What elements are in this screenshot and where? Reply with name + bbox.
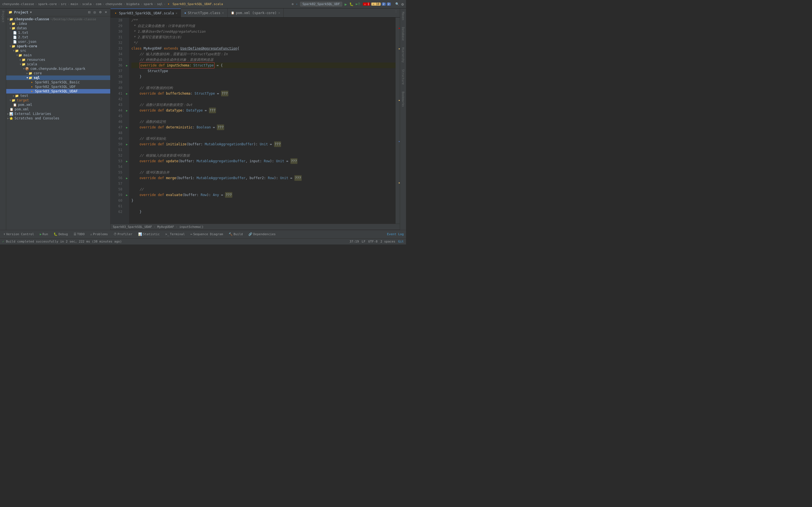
tree-item-spark02[interactable]: 🔸 Spark02_SparkSQL_UDF <box>6 84 110 89</box>
run-panel-button[interactable]: ▶ Run <box>39 232 49 237</box>
problems-icon: ⚠ <box>90 232 92 236</box>
tree-item-src[interactable]: ▼ 📁 src <box>6 48 110 53</box>
left-sidebar-strip: Project <box>0 8 6 230</box>
version-control-button[interactable]: ⬆ Version Control <box>2 232 35 237</box>
tree-item-resources[interactable]: ▶ 📁 resources <box>6 57 110 62</box>
tab-more-button[interactable]: ⋮ <box>392 8 400 17</box>
tree-item-idea[interactable]: ▶ 📁 .idea <box>6 21 110 26</box>
tree-item-root[interactable]: ▼ 📁 chenyunde-classse ~/Desktop/chenyund… <box>6 17 110 21</box>
code-line-50: override def initialize(buffer: MutableA… <box>132 142 396 147</box>
tab-close-0[interactable]: ✕ <box>175 11 177 15</box>
tab-label-1: StructType.class <box>188 11 220 15</box>
statistic-button[interactable]: 📊 Statistic <box>137 232 161 237</box>
tab-structtype[interactable]: ◆ StructType.class ✕ <box>181 8 227 17</box>
nav-arrow-left[interactable]: ‹ <box>296 2 298 6</box>
locate-file-button[interactable]: ◎ <box>93 10 97 14</box>
run-line-56[interactable]: ▶ <box>124 175 129 181</box>
line-ending[interactable]: LF <box>362 240 365 243</box>
database-label[interactable]: Database <box>401 25 405 43</box>
dependencies-button[interactable]: 🔗 Dependencies <box>247 232 276 237</box>
tab-pomxml[interactable]: 📋 pom.xml (spark-core) ✕ <box>227 8 284 17</box>
tree-item-scala[interactable]: ▼ 📁 scala <box>6 62 110 66</box>
tree-item-main[interactable]: ▼ 📁 main <box>6 53 110 57</box>
tree-item-1txt[interactable]: 📄 1.txt <box>6 31 110 35</box>
debug-button[interactable]: 🐛 <box>349 2 354 6</box>
encoding[interactable]: UTF-8 <box>368 240 377 243</box>
panel-actions: ⊟ ◎ ⚙ ✕ <box>87 10 108 14</box>
breadcrumb-item-8: spark <box>144 2 153 6</box>
tree-item-2txt[interactable]: 📄 2.txt <box>6 35 110 40</box>
maven-label[interactable]: Maven <box>401 10 405 22</box>
tab-spark03[interactable]: 🔸 Spark03_SparkSQL_UDAF.scala ✕ <box>110 8 181 17</box>
project-strip-icon[interactable]: Project <box>1 10 5 24</box>
code-editor[interactable]: 28 29 30 31 32 33 34 35 36 37 38 39 40 4… <box>110 17 400 224</box>
file-tree[interactable]: ▼ 📁 chenyunde-classse ~/Desktop/chenyund… <box>6 16 110 230</box>
collapse-all-button[interactable]: ⊟ <box>87 10 91 14</box>
run-button[interactable]: ▶ <box>345 2 347 6</box>
breadcrumb: chenyunde-classse › spark-core › src › m… <box>2 2 223 6</box>
terminal-button[interactable]: >_ Terminal <box>164 232 186 237</box>
panel-settings-button[interactable]: ⚙ <box>98 10 103 14</box>
build-button[interactable]: 🔨 Build <box>227 232 244 237</box>
sequence-diagram-button[interactable]: ↔ Sequence Diagram <box>190 232 224 237</box>
indent[interactable]: 2 spaces <box>380 240 395 243</box>
nav-right: ⚙ ‹ Spark02_SparkSQL_UDF ▶ 🐛 ▶⏱ ⚠ 1 ⚠ 10… <box>292 2 404 6</box>
tree-item-sparkcore[interactable]: ▼ 📁 spark-core <box>6 44 110 48</box>
todo-button[interactable]: ☰ TODO <box>72 232 86 237</box>
profiler-button[interactable]: ⏱ Profiler <box>112 232 134 237</box>
tree-item-sql[interactable]: ▼ 📁 sql <box>6 75 110 80</box>
tree-item-spark01[interactable]: 🔸 Spark01_SparkSQL_Basic <box>6 80 110 84</box>
tree-item-test[interactable]: ▶ 📁 test <box>6 94 110 98</box>
panel-header: 📁 Project ▼ ⊟ ◎ ⚙ ✕ <box>6 8 110 16</box>
tree-item-userjson[interactable]: 📄 user.json <box>6 40 110 44</box>
panel-dropdown[interactable]: ▼ <box>30 11 32 14</box>
code-content[interactable]: /** * 自定义聚合函数类：计算年龄的平均值 * 1.继承UserDefine… <box>129 17 396 224</box>
panel-close-button[interactable]: ✕ <box>104 10 108 14</box>
expand-arrow-main: ▼ <box>16 54 18 57</box>
code-line-39 <box>132 79 396 85</box>
main-folder-icon: 📁 <box>18 54 22 57</box>
run-config-selector[interactable]: Spark02_SparkSQL_UDF <box>300 2 342 6</box>
tree-item-spark03[interactable]: 🔸 Spark03_SparkSQL_UDAF <box>6 89 110 94</box>
run-line-59[interactable]: ▶ <box>124 192 129 198</box>
tree-item-external[interactable]: ▶ 📊 External Libraries <box>6 112 110 116</box>
run-coverage-button[interactable]: ▶⏱ <box>356 2 361 6</box>
code-line-35: // 样例类会自动生成伴生对象，直接调用构造器 <box>132 57 396 62</box>
code-line-43: // 函数计算结果的数据类型：Out <box>132 102 396 108</box>
breadcrumb-method: inputSchema() <box>179 225 204 229</box>
right-sidebar-strip: Maven Database Hierarchy Structure Bookm… <box>400 8 406 230</box>
settings-button[interactable]: ⚙ <box>402 2 404 6</box>
structure-label[interactable]: Structure <box>401 67 405 87</box>
error-marker <box>399 28 400 29</box>
problems-button[interactable]: ⚠ Problems <box>89 232 109 237</box>
event-log-button[interactable]: Event Log <box>387 232 404 236</box>
run-line-41[interactable]: ▶ <box>124 91 129 96</box>
tree-label-sql: sql <box>34 76 40 80</box>
error-counts: ⚠ 1 ⚠ 10 2 2 <box>363 3 391 6</box>
search-button[interactable]: 🔍 <box>395 2 399 6</box>
tree-item-datas[interactable]: ▼ 📁 datas <box>6 26 110 31</box>
git-branch[interactable]: Git <box>398 240 404 243</box>
debug-panel-button[interactable]: 🐛 Debug <box>52 232 69 237</box>
tree-item-pomxml-target[interactable]: 📋 pom.xml <box>6 103 110 107</box>
resources-folder-icon: 📁 <box>22 58 26 62</box>
tree-item-target[interactable]: ▼ 📁 target <box>6 98 110 103</box>
core-folder-icon: 📁 <box>29 71 33 75</box>
code-line-36: override def inputSchema: StructType = { <box>132 62 396 68</box>
tree-item-core[interactable]: ▶ 📁 core <box>6 71 110 75</box>
tree-item-pomxml-sparkcore[interactable]: 📋 pom.xml <box>6 107 110 112</box>
tab-close-1[interactable]: ✕ <box>222 11 224 14</box>
run-line-50[interactable]: ▶ <box>124 142 129 147</box>
run-line-53[interactable]: ▶ <box>124 158 129 164</box>
run-line-36[interactable]: ▶ <box>124 62 129 68</box>
tree-item-package[interactable]: ▼ 📦 com.chenyunde.bigdata.spark <box>6 66 110 71</box>
bookmarks-label[interactable]: Bookmarks <box>401 89 405 109</box>
breadcrumb-method-class: MyAvgUDAF <box>157 225 174 229</box>
run-line-44[interactable]: ▶ <box>124 108 129 113</box>
run-line-47[interactable]: ▶ <box>124 124 129 130</box>
tree-item-scratches[interactable]: ▶ ⭐ Scratches and Consoles <box>6 116 110 121</box>
cursor-position[interactable]: 37:19 <box>350 240 359 243</box>
tab-close-2[interactable]: ✕ <box>278 11 280 14</box>
hierarchy-label[interactable]: Hierarchy <box>401 45 405 65</box>
profiler-icon: ⏱ <box>114 232 117 236</box>
